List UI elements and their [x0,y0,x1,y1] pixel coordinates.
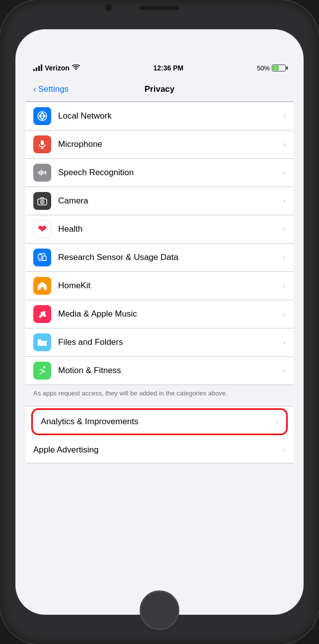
microphone-icon [33,135,51,153]
speech-recognition-chevron: › [283,168,286,177]
analytics-improvements-wrapper: Analytics & Improvements › [25,406,294,437]
back-chevron-icon: ‹ [33,84,36,94]
svg-rect-12 [41,170,42,176]
speaker-grille [140,6,179,10]
svg-rect-7 [41,140,44,145]
section-footer: As apps request access, they will be add… [25,385,294,406]
motion-fitness-chevron: › [283,366,286,375]
svg-rect-11 [39,171,40,175]
files-folders-label: Files and Folders [58,337,279,347]
phone-screen-area: Verizon 12:36 PM 50% [15,29,304,615]
homekit-chevron: › [283,281,286,290]
status-bar: Verizon 12:36 PM 50% [25,59,294,77]
apple-advertising-chevron: › [283,446,286,454]
motion-fitness-label: Motion & Fitness [58,366,279,376]
list-item[interactable]: Research Sensor & Usage Data › [25,244,294,272]
svg-rect-0 [33,69,35,71]
navigation-bar: ‹ Settings Privacy [25,77,294,102]
research-sensor-label: Research Sensor & Usage Data [58,253,279,262]
back-button[interactable]: ‹ Settings [33,84,69,94]
svg-rect-10 [38,172,39,174]
status-carrier: Verizon [33,64,80,72]
svg-point-23 [44,315,46,317]
apple-advertising-label: Apple Advertising [33,445,279,455]
battery-percent: 50% [257,64,270,72]
health-label: Health [58,224,279,234]
svg-rect-13 [42,171,43,175]
analytics-improvements-row[interactable]: Analytics & Improvements › [31,408,288,435]
svg-rect-20 [43,256,46,260]
svg-rect-14 [44,172,45,174]
battery-bolt: ⚡ [273,66,278,70]
media-music-icon [33,305,51,323]
microphone-chevron: › [283,140,286,149]
svg-point-22 [39,316,42,318]
speech-recognition-label: Speech Recognition [58,168,279,178]
home-button[interactable] [140,590,179,630]
wifi-icon [72,64,80,72]
health-chevron: › [283,225,286,234]
local-network-label: Local Network [58,111,279,121]
speech-recognition-icon [33,164,51,182]
screen: Verizon 12:36 PM 50% [25,59,294,550]
homekit-label: HomeKit [58,281,279,291]
bottom-gap [25,463,294,471]
homekit-icon [33,277,51,295]
list-item[interactable]: Motion & Fitness › [25,357,294,385]
media-music-chevron: › [283,310,286,319]
camera-label: Camera [58,196,279,206]
battery-icon: ⚡ [272,64,286,71]
status-battery: 50% ⚡ [257,64,286,72]
carrier-name: Verizon [45,64,70,72]
media-music-label: Media & Apple Music [58,309,279,319]
local-network-icon [33,107,51,125]
camera-chevron: › [283,196,286,205]
back-label: Settings [38,84,69,94]
phone-frame: Verizon 12:36 PM 50% [0,0,319,644]
analytics-improvements-label: Analytics & Improvements [41,417,272,427]
svg-rect-19 [38,255,42,259]
svg-rect-1 [36,67,37,71]
list-item[interactable]: Files and Folders › [25,328,294,357]
svg-rect-3 [41,64,42,71]
list-item[interactable]: Local Network › [25,102,294,130]
privacy-settings-list: Local Network › Mi [25,102,294,385]
svg-point-24 [43,366,45,368]
front-camera [105,4,112,11]
files-folders-icon [33,333,51,351]
list-item[interactable]: Microphone › [25,130,294,159]
files-folders-chevron: › [283,338,286,347]
svg-rect-15 [45,171,46,175]
microphone-label: Microphone [58,139,279,149]
research-sensor-chevron: › [283,253,286,262]
list-item[interactable]: Speech Recognition › [25,159,294,187]
page-title: Privacy [145,84,175,94]
local-network-chevron: › [283,112,286,121]
camera-icon [33,192,51,210]
list-item[interactable]: Media & Apple Music › [25,300,294,328]
list-item[interactable]: Camera › [25,187,294,215]
list-item[interactable]: HomeKit › [25,272,294,300]
content-area: Local Network › Mi [25,102,294,550]
motion-fitness-icon [33,362,51,380]
analytics-improvements-chevron: › [276,417,278,426]
health-icon: ❤ [33,220,51,238]
signal-bars [33,64,42,72]
status-time: 12:36 PM [154,64,184,72]
research-sensor-icon [33,249,51,266]
svg-point-18 [42,201,43,203]
analytics-section: Analytics & Improvements › Apple Adverti… [25,406,294,463]
battery-fill: ⚡ [273,65,279,70]
apple-advertising-row[interactable]: Apple Advertising › [25,437,294,463]
list-item[interactable]: ❤ Health › [25,215,294,244]
svg-rect-2 [38,66,40,71]
